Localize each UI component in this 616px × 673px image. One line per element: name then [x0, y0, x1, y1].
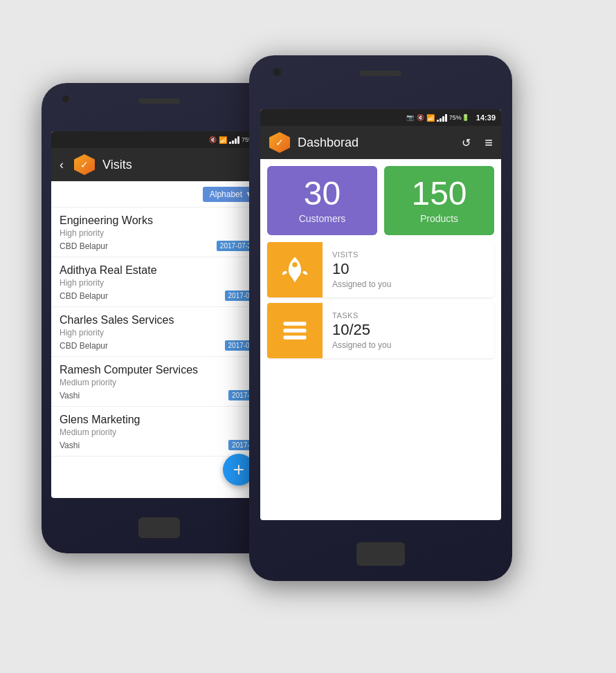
battery-2: 75%🔋 — [449, 114, 469, 121]
tasks-card[interactable]: TASKS 10/25 Assigned to you — [267, 303, 494, 358]
products-card[interactable]: 150 Products — [384, 166, 494, 235]
mute-icon: 🔇 — [209, 136, 217, 143]
svg-rect-1 — [284, 329, 307, 333]
visit-location: CBD Belapur — [60, 341, 108, 351]
signal-bars-1 — [229, 136, 239, 144]
visits-card[interactable]: VISITS 10 Assigned to you — [267, 242, 494, 297]
visit-name: Adithya Real Estate — [60, 264, 259, 277]
visit-item[interactable]: Ramesh Computer Services Medium priority… — [51, 357, 267, 407]
visit-location: CBD Belapur — [60, 241, 108, 251]
status-bar-2: 📷 🔇 📶 75%🔋 14:39 — [260, 109, 501, 126]
visit-item[interactable]: Glens Marketing Medium priority Vashi 20… — [51, 407, 267, 457]
visit-location: Vashi — [60, 391, 80, 400]
visits-card-sub: Assigned to you — [332, 279, 484, 289]
visits-icon-bg — [267, 242, 323, 297]
status-icons-2: 🔇 📶 75%🔋 — [417, 113, 469, 122]
visit-name: Glens Marketing — [60, 414, 259, 426]
app-bar-dashboard: ✓ Dashborad ↺ ≡ — [260, 126, 501, 159]
app-logo-2: ✓ — [269, 131, 291, 154]
tasks-card-sub: Assigned to you — [332, 340, 484, 350]
home-button-2[interactable] — [356, 542, 405, 566]
speaker-2 — [360, 71, 401, 76]
visit-item[interactable]: Charles Sales Services High priority CBD… — [51, 307, 267, 357]
dashboard-title: Dashborad — [298, 136, 455, 150]
visit-item[interactable]: Engineering Works High priority CBD Bela… — [51, 208, 267, 257]
speaker-1 — [138, 98, 180, 104]
visits-card-value: 10 — [332, 260, 484, 278]
visit-priority: Medium priority — [60, 378, 259, 387]
visit-location: CBD Belapur — [60, 291, 108, 301]
home-button-1[interactable] — [138, 517, 180, 538]
phone-dashboard: 📷 🔇 📶 75%🔋 14:39 ✓ Dash — [249, 55, 512, 581]
mute-icon-2: 🔇 — [417, 114, 424, 121]
visits-card-body: VISITS 10 Assigned to you — [323, 243, 494, 296]
filter-label: Alphabet — [210, 190, 242, 199]
products-label: Products — [420, 213, 458, 224]
menu-button[interactable]: ≡ — [484, 135, 493, 151]
phone-visits: 🔇 📶 75%🔋 ‹ ✓ — [42, 83, 277, 553]
status-time: 14:39 — [476, 113, 496, 122]
products-number: 150 — [411, 177, 466, 210]
visit-list: Engineering Works High priority CBD Bela… — [51, 208, 267, 457]
app-bar-visits: ‹ ✓ Visits ↺ — [51, 148, 267, 181]
visit-priority: High priority — [60, 328, 259, 338]
visit-priority: Medium priority — [60, 427, 259, 437]
signal-bars-2 — [437, 113, 447, 122]
hex-check-icon-2: ✓ — [275, 137, 284, 148]
visits-filter-bar: Alphabet ▼ — [51, 181, 267, 208]
customers-number: 30 — [304, 177, 341, 210]
hex-check-icon: ✓ — [80, 159, 89, 170]
stats-row: 30 Customers 150 Products — [267, 166, 494, 235]
tasks-icon — [280, 315, 310, 346]
tasks-card-body: TASKS 10/25 Assigned to you — [323, 304, 494, 357]
visit-name: Engineering Works — [60, 214, 259, 227]
customers-card[interactable]: 30 Customers — [267, 166, 377, 235]
refresh-button-2[interactable]: ↺ — [462, 136, 471, 149]
camera-2 — [273, 68, 281, 76]
svg-rect-0 — [284, 322, 307, 326]
back-button[interactable]: ‹ — [60, 158, 64, 172]
customers-label: Customers — [299, 213, 346, 224]
visit-name: Charles Sales Services — [60, 314, 259, 326]
wifi-icon-2: 📶 — [426, 114, 435, 122]
dashboard-content: 30 Customers 150 Products — [260, 159, 501, 371]
visit-location: Vashi — [60, 441, 80, 450]
wifi-icon: 📶 — [219, 136, 227, 144]
rocket-icon — [280, 255, 310, 285]
app-logo-1: ✓ — [73, 154, 96, 176]
screen-visits: 🔇 📶 75%🔋 ‹ ✓ — [51, 131, 267, 498]
visit-name: Ramesh Computer Services — [60, 364, 259, 376]
screen-dashboard: 📷 🔇 📶 75%🔋 14:39 ✓ Dash — [260, 109, 501, 520]
tasks-card-label: TASKS — [332, 311, 484, 320]
visits-title: Visits — [102, 158, 243, 172]
scene: 🔇 📶 75%🔋 ‹ ✓ — [0, 0, 616, 673]
status-bar-1: 🔇 📶 75%🔋 — [51, 131, 267, 148]
visit-priority: High priority — [60, 278, 259, 288]
tasks-icon-bg — [267, 303, 323, 358]
visits-card-label: VISITS — [332, 250, 484, 259]
visit-item[interactable]: Adithya Real Estate High priority CBD Be… — [51, 257, 267, 307]
svg-rect-2 — [284, 335, 307, 340]
tasks-card-value: 10/25 — [332, 321, 484, 339]
camera-1 — [62, 95, 69, 102]
screenshot-icon: 📷 — [406, 114, 414, 121]
visit-priority: High priority — [60, 228, 259, 238]
